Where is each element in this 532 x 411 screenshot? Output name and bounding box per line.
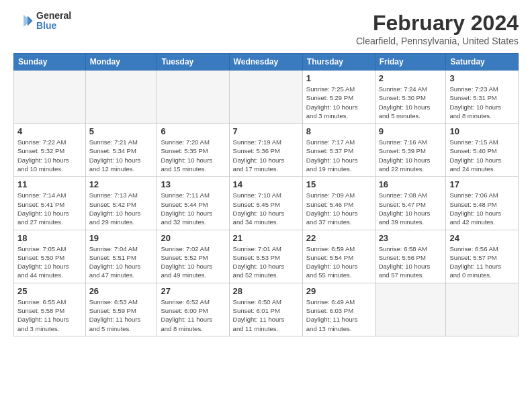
weekday-header: Monday	[85, 54, 157, 71]
day-info: Sunrise: 7:06 AM Sunset: 5:48 PM Dayligh…	[449, 191, 515, 226]
calendar-day-cell: 2Sunrise: 7:24 AM Sunset: 5:30 PM Daylig…	[375, 71, 446, 124]
calendar-day-cell: 13Sunrise: 7:11 AM Sunset: 5:44 PM Dayli…	[157, 177, 229, 230]
calendar-day-cell: 29Sunrise: 6:49 AM Sunset: 6:03 PM Dayli…	[302, 283, 375, 336]
calendar-day-cell: 6Sunrise: 7:20 AM Sunset: 5:35 PM Daylig…	[157, 124, 229, 177]
day-number: 29	[306, 286, 371, 296]
day-number: 7	[233, 126, 299, 136]
calendar-day-cell: 5Sunrise: 7:21 AM Sunset: 5:34 PM Daylig…	[85, 124, 157, 177]
calendar-day-cell: 9Sunrise: 7:16 AM Sunset: 5:39 PM Daylig…	[375, 124, 446, 177]
day-info: Sunrise: 7:24 AM Sunset: 5:30 PM Dayligh…	[379, 85, 443, 120]
calendar-day-cell: 20Sunrise: 7:02 AM Sunset: 5:52 PM Dayli…	[157, 230, 229, 283]
calendar-day-cell: 25Sunrise: 6:55 AM Sunset: 5:58 PM Dayli…	[14, 283, 86, 336]
calendar-day-cell: 17Sunrise: 7:06 AM Sunset: 5:48 PM Dayli…	[446, 177, 519, 230]
day-number: 23	[379, 233, 443, 243]
day-info: Sunrise: 6:52 AM Sunset: 6:00 PM Dayligh…	[161, 298, 225, 333]
calendar-day-cell: 24Sunrise: 6:56 AM Sunset: 5:57 PM Dayli…	[446, 230, 519, 283]
calendar-day-cell: 16Sunrise: 7:08 AM Sunset: 5:47 PM Dayli…	[375, 177, 446, 230]
calendar-week-row: 11Sunrise: 7:14 AM Sunset: 5:41 PM Dayli…	[14, 177, 519, 230]
weekday-header: Wednesday	[229, 54, 302, 71]
month-title: February 2024	[356, 11, 519, 36]
day-info: Sunrise: 7:02 AM Sunset: 5:52 PM Dayligh…	[161, 244, 225, 280]
calendar-week-row: 1Sunrise: 7:25 AM Sunset: 5:29 PM Daylig…	[14, 71, 519, 124]
location: Clearfield, Pennsylvania, United States	[356, 36, 519, 46]
calendar-day-cell: 23Sunrise: 6:58 AM Sunset: 5:56 PM Dayli…	[375, 230, 446, 283]
day-info: Sunrise: 6:59 AM Sunset: 5:54 PM Dayligh…	[306, 244, 371, 280]
calendar-day-cell: 10Sunrise: 7:15 AM Sunset: 5:40 PM Dayli…	[446, 124, 519, 177]
calendar-day-cell: 8Sunrise: 7:17 AM Sunset: 5:37 PM Daylig…	[302, 124, 375, 177]
calendar-day-cell: 19Sunrise: 7:04 AM Sunset: 5:51 PM Dayli…	[85, 230, 157, 283]
calendar-day-cell: 14Sunrise: 7:10 AM Sunset: 5:45 PM Dayli…	[229, 177, 302, 230]
logo-blue-text: Blue	[36, 21, 71, 31]
day-info: Sunrise: 7:20 AM Sunset: 5:35 PM Dayligh…	[161, 138, 225, 173]
day-info: Sunrise: 6:58 AM Sunset: 5:56 PM Dayligh…	[379, 244, 443, 280]
calendar-day-cell: 22Sunrise: 6:59 AM Sunset: 5:54 PM Dayli…	[302, 230, 375, 283]
calendar-day-cell: 11Sunrise: 7:14 AM Sunset: 5:41 PM Dayli…	[14, 177, 86, 230]
day-info: Sunrise: 6:49 AM Sunset: 6:03 PM Dayligh…	[306, 298, 371, 333]
day-number: 19	[89, 233, 154, 243]
day-info: Sunrise: 7:05 AM Sunset: 5:50 PM Dayligh…	[17, 244, 82, 280]
logo: General Blue	[13, 11, 71, 32]
calendar-day-cell: 18Sunrise: 7:05 AM Sunset: 5:50 PM Dayli…	[14, 230, 86, 283]
day-info: Sunrise: 7:01 AM Sunset: 5:53 PM Dayligh…	[233, 244, 299, 280]
title-block: February 2024 Clearfield, Pennsylvania, …	[356, 11, 519, 46]
calendar-day-cell	[157, 71, 229, 124]
logo-general-text: General	[36, 11, 71, 21]
day-number: 25	[17, 286, 82, 296]
day-info: Sunrise: 6:53 AM Sunset: 5:59 PM Dayligh…	[89, 298, 154, 333]
day-number: 5	[89, 126, 154, 136]
day-number: 22	[306, 233, 371, 243]
calendar-day-cell: 7Sunrise: 7:19 AM Sunset: 5:36 PM Daylig…	[229, 124, 302, 177]
day-number: 15	[306, 179, 371, 189]
calendar-day-cell: 4Sunrise: 7:22 AM Sunset: 5:32 PM Daylig…	[14, 124, 86, 177]
calendar-day-cell	[14, 71, 86, 124]
calendar-day-cell: 27Sunrise: 6:52 AM Sunset: 6:00 PM Dayli…	[157, 283, 229, 336]
weekday-header: Sunday	[14, 54, 86, 71]
day-number: 27	[161, 286, 225, 296]
day-number: 3	[449, 73, 515, 83]
weekday-header: Thursday	[302, 54, 375, 71]
day-number: 21	[233, 233, 299, 243]
day-number: 28	[233, 286, 299, 296]
calendar-day-cell: 15Sunrise: 7:09 AM Sunset: 5:46 PM Dayli…	[302, 177, 375, 230]
day-info: Sunrise: 7:15 AM Sunset: 5:40 PM Dayligh…	[449, 138, 515, 173]
calendar-week-row: 25Sunrise: 6:55 AM Sunset: 5:58 PM Dayli…	[14, 283, 519, 336]
calendar: SundayMondayTuesdayWednesdayThursdayFrid…	[13, 53, 519, 336]
day-info: Sunrise: 7:22 AM Sunset: 5:32 PM Dayligh…	[17, 138, 82, 173]
calendar-day-cell: 26Sunrise: 6:53 AM Sunset: 5:59 PM Dayli…	[85, 283, 157, 336]
day-number: 26	[89, 286, 154, 296]
calendar-day-cell: 1Sunrise: 7:25 AM Sunset: 5:29 PM Daylig…	[302, 71, 375, 124]
day-number: 11	[17, 179, 82, 189]
calendar-day-cell: 12Sunrise: 7:13 AM Sunset: 5:42 PM Dayli…	[85, 177, 157, 230]
calendar-week-row: 4Sunrise: 7:22 AM Sunset: 5:32 PM Daylig…	[14, 124, 519, 177]
logo-icon	[13, 11, 34, 31]
day-number: 6	[161, 126, 225, 136]
day-number: 8	[306, 126, 371, 136]
day-number: 13	[161, 179, 225, 189]
day-number: 10	[449, 126, 515, 136]
calendar-day-cell	[446, 283, 519, 336]
day-info: Sunrise: 7:09 AM Sunset: 5:46 PM Dayligh…	[306, 191, 371, 226]
day-info: Sunrise: 6:55 AM Sunset: 5:58 PM Dayligh…	[17, 298, 82, 333]
calendar-header-row: SundayMondayTuesdayWednesdayThursdayFrid…	[14, 54, 519, 71]
page: General Blue February 2024 Clearfield, P…	[0, 0, 532, 343]
weekday-header: Friday	[375, 54, 446, 71]
day-number: 17	[449, 179, 515, 189]
day-number: 20	[161, 233, 225, 243]
calendar-week-row: 18Sunrise: 7:05 AM Sunset: 5:50 PM Dayli…	[14, 230, 519, 283]
day-info: Sunrise: 6:56 AM Sunset: 5:57 PM Dayligh…	[449, 244, 515, 280]
day-number: 12	[89, 179, 154, 189]
day-info: Sunrise: 7:14 AM Sunset: 5:41 PM Dayligh…	[17, 191, 82, 226]
day-info: Sunrise: 7:08 AM Sunset: 5:47 PM Dayligh…	[379, 191, 443, 226]
day-info: Sunrise: 7:16 AM Sunset: 5:39 PM Dayligh…	[379, 138, 443, 173]
day-number: 24	[449, 233, 515, 243]
logo-text: General Blue	[36, 11, 71, 32]
calendar-day-cell	[375, 283, 446, 336]
day-number: 4	[17, 126, 82, 136]
day-info: Sunrise: 7:21 AM Sunset: 5:34 PM Dayligh…	[89, 138, 154, 173]
day-info: Sunrise: 7:10 AM Sunset: 5:45 PM Dayligh…	[233, 191, 299, 226]
day-number: 2	[379, 73, 443, 83]
day-info: Sunrise: 7:13 AM Sunset: 5:42 PM Dayligh…	[89, 191, 154, 226]
day-info: Sunrise: 6:50 AM Sunset: 6:01 PM Dayligh…	[233, 298, 299, 333]
header: General Blue February 2024 Clearfield, P…	[13, 11, 519, 46]
day-number: 1	[306, 73, 371, 83]
